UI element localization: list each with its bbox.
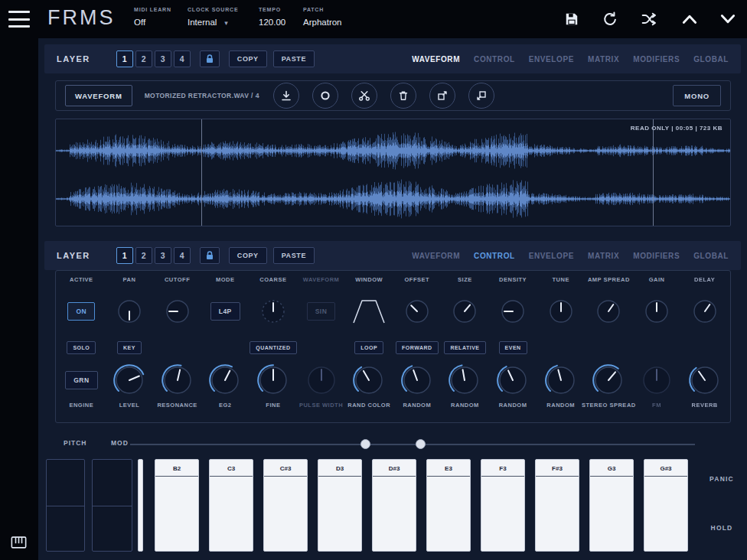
key-ds3[interactable]: D#3 xyxy=(372,459,416,552)
key-gs3[interactable]: G#3 xyxy=(644,459,688,552)
tab-matrix[interactable]: MATRIX xyxy=(588,252,619,260)
clock-source-field[interactable]: CLOCK SOURCE Internal▾ xyxy=(188,7,238,27)
knob-density[interactable] xyxy=(498,297,527,326)
tab-matrix[interactable]: MATRIX xyxy=(588,55,619,63)
tab-waveform[interactable]: WAVEFORM xyxy=(412,252,460,260)
sin-button[interactable]: SIN xyxy=(307,302,336,321)
wheel-handle-1[interactable] xyxy=(360,439,370,449)
layer-button-4[interactable]: 4 xyxy=(174,50,191,67)
even-button[interactable]: EVEN xyxy=(499,341,527,354)
key-e3[interactable]: E3 xyxy=(426,459,471,552)
forward-button[interactable]: FORWARD xyxy=(396,341,439,354)
mod-wheel-label[interactable]: MOD xyxy=(111,439,129,447)
tab-waveform[interactable]: WAVEFORM xyxy=(412,55,460,63)
record-button[interactable] xyxy=(312,83,338,109)
knob-pulse-width[interactable] xyxy=(305,363,338,397)
tab-envelope[interactable]: ENVELOPE xyxy=(529,252,574,260)
knob-gain[interactable] xyxy=(642,297,671,326)
tab-control[interactable]: CONTROL xyxy=(474,252,515,260)
randomize-button[interactable] xyxy=(638,8,661,31)
virtual-keyboard-icon[interactable] xyxy=(11,536,27,551)
waveform-source-button[interactable]: WAVEFORM xyxy=(65,85,132,106)
l4p-button[interactable]: L4P xyxy=(210,302,240,321)
waveform-cursor-2[interactable] xyxy=(653,119,654,226)
key-partial-dark-1[interactable] xyxy=(46,459,85,552)
knob-random[interactable] xyxy=(448,363,481,397)
knob-fm[interactable] xyxy=(640,363,674,397)
trim-button[interactable] xyxy=(351,83,377,109)
grn-button[interactable]: GRN xyxy=(65,371,97,389)
knob-reverb[interactable] xyxy=(688,363,722,397)
copy-button[interactable]: COPY xyxy=(229,50,267,67)
knob-amp-spread[interactable] xyxy=(594,297,623,326)
mono-button[interactable]: MONO xyxy=(673,85,721,106)
midi-learn-field[interactable]: MIDI LEARN Off xyxy=(134,7,171,27)
knob-random[interactable] xyxy=(400,363,434,397)
knob-eg2[interactable] xyxy=(208,363,242,397)
tempo-field[interactable]: TEMPO 120.00 xyxy=(259,7,285,27)
knob-fine[interactable] xyxy=(256,363,290,397)
tab-modifiers[interactable]: MODIFIERS xyxy=(633,55,680,63)
layer-button-4[interactable]: 4 xyxy=(174,247,191,264)
window-shape-display[interactable] xyxy=(351,297,387,326)
key-partial[interactable] xyxy=(138,459,143,552)
knob-coarse[interactable] xyxy=(259,297,288,326)
popout-editor-button[interactable] xyxy=(429,83,455,109)
paste-button[interactable]: PASTE xyxy=(273,50,315,67)
lock-button[interactable] xyxy=(200,247,220,264)
knob-random[interactable] xyxy=(496,363,530,397)
key-cs3[interactable]: C#3 xyxy=(263,459,308,552)
knob-rand-color[interactable] xyxy=(352,363,386,397)
loop-button[interactable]: LOOP xyxy=(354,341,383,354)
wheel-handle-2[interactable] xyxy=(416,439,426,449)
waveform-display[interactable] xyxy=(56,119,730,226)
layer-button-1[interactable]: 1 xyxy=(116,247,133,264)
tab-control[interactable]: CONTROL xyxy=(474,55,515,63)
patch-field[interactable]: PATCH Arphatron xyxy=(303,7,342,27)
knob-size[interactable] xyxy=(450,297,479,326)
key-fs3[interactable]: F#3 xyxy=(535,459,579,552)
load-sample-button[interactable] xyxy=(273,83,299,109)
knob-stereo-spread[interactable] xyxy=(592,363,625,397)
panic-button[interactable]: PANIC xyxy=(698,475,745,483)
pitch-wheel-label[interactable]: PITCH xyxy=(64,439,87,447)
lock-button[interactable] xyxy=(200,50,220,67)
solo-button[interactable]: SOLO xyxy=(67,341,96,354)
knob-pan[interactable] xyxy=(115,297,144,326)
tab-global[interactable]: GLOBAL xyxy=(693,252,729,260)
knob-tune[interactable] xyxy=(546,297,576,326)
paste-button[interactable]: PASTE xyxy=(273,247,315,264)
quantized-button[interactable]: QUANTIZED xyxy=(250,341,296,354)
knob-cutoff[interactable] xyxy=(163,297,192,326)
next-patch-button[interactable] xyxy=(716,8,739,31)
key-b2[interactable]: B2 xyxy=(155,459,199,552)
menu-icon[interactable] xyxy=(8,11,30,28)
prev-patch-button[interactable] xyxy=(678,8,701,31)
undo-button[interactable] xyxy=(599,8,621,31)
knob-level[interactable] xyxy=(113,363,146,397)
key-g3[interactable]: G3 xyxy=(589,459,634,552)
delete-sample-button[interactable] xyxy=(390,83,416,109)
on-button[interactable]: ON xyxy=(67,302,95,321)
copy-button[interactable]: COPY xyxy=(229,247,267,264)
layer-button-3[interactable]: 3 xyxy=(155,50,171,67)
relative-button[interactable]: RELATIVE xyxy=(444,341,485,354)
key-d3[interactable]: D3 xyxy=(318,459,362,552)
tab-envelope[interactable]: ENVELOPE xyxy=(529,55,574,63)
key-button[interactable]: KEY xyxy=(117,341,142,354)
knob-random[interactable] xyxy=(544,363,578,397)
key-c3[interactable]: C3 xyxy=(209,459,253,552)
knob-delay[interactable] xyxy=(690,297,719,326)
layer-button-3[interactable]: 3 xyxy=(155,247,171,264)
layer-button-1[interactable]: 1 xyxy=(116,50,133,67)
wheel-slider-track[interactable] xyxy=(130,444,695,445)
key-partial-dark-2[interactable] xyxy=(92,459,132,552)
hold-button[interactable]: HOLD xyxy=(698,524,745,532)
key-f3[interactable]: F3 xyxy=(481,459,525,552)
knob-resonance[interactable] xyxy=(161,363,194,397)
tab-global[interactable]: GLOBAL xyxy=(693,55,729,63)
tab-modifiers[interactable]: MODIFIERS xyxy=(633,252,680,260)
layer-button-2[interactable]: 2 xyxy=(135,50,152,67)
waveform-cursor-1[interactable] xyxy=(201,119,202,226)
layer-button-2[interactable]: 2 xyxy=(135,247,152,264)
